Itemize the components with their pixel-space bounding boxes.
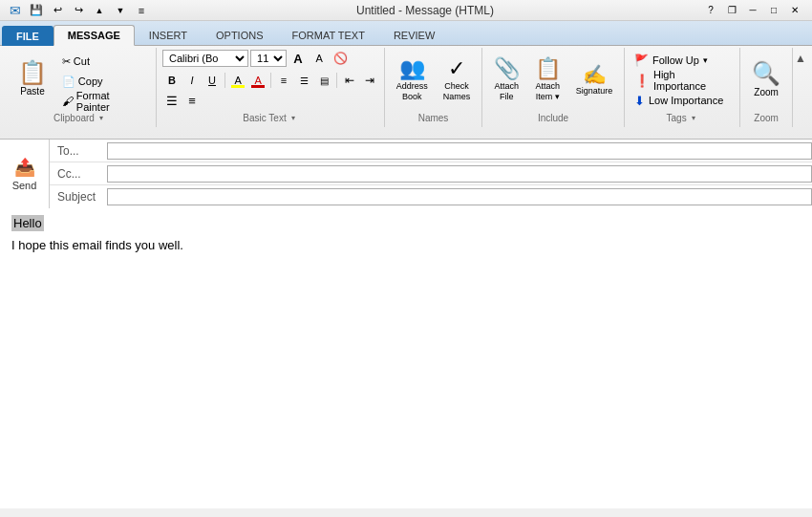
paste-button[interactable]: 📋 Paste [10,50,55,107]
format-painter-button[interactable]: 🖌 Format Painter [57,92,150,111]
redo-icon[interactable]: ↪ [71,3,86,18]
include-group: 📎 AttachFile 📋 AttachItem ▾ ✍ Signature … [482,48,625,127]
high-importance-label: High Importance [653,69,730,92]
help-button[interactable]: ? [701,3,720,18]
format-buttons-row: B I U A A ≡ [162,72,379,89]
font-color-button[interactable]: A [248,72,267,89]
font-family-select[interactable]: Calibri (Bo [162,50,248,67]
decrease-indent-button[interactable]: ⇤ [340,72,359,89]
bullets-button[interactable]: ☰ [162,92,182,109]
send-label: Send [12,180,37,191]
attach-item-button[interactable]: 📋 AttachItem ▾ [529,50,566,111]
font-selector-row: Calibri (Bo 11 A A 🚫 [162,50,350,67]
address-book-button[interactable]: 👥 AddressBook [391,50,434,111]
basic-text-label[interactable]: Basic Text ▾ [162,111,378,125]
clipboard-small-buttons: ✂ Cut 📄 Copy 🖌 Format Painter [57,50,150,111]
follow-up-icon: 🚩 [634,54,649,67]
basic-text-group: Calibri (Bo 11 A A 🚫 B I U [157,48,385,127]
names-label: Names [391,111,476,125]
tab-options[interactable]: OPTIONS [202,25,278,45]
clear-format-button[interactable]: 🚫 [331,50,350,67]
to-field-row: To... [50,140,812,162]
zoom-content: 🔍 Zoom [746,50,786,111]
subject-field-row: Subject [50,185,812,208]
subject-label: Subject [50,190,107,204]
tab-message[interactable]: MESSAGE [53,25,135,46]
italic-button[interactable]: I [182,72,202,89]
tags-group: 🚩 Follow Up ▾ ❗ High Importance ⬇ Low Im… [625,48,740,127]
follow-up-button[interactable]: 🚩 Follow Up ▾ [630,51,712,70]
hello-text: Hello [11,215,44,231]
tags-label[interactable]: Tags ▾ [630,111,734,125]
up-icon[interactable]: ▲ [92,3,107,18]
restore-button[interactable]: ❐ [722,3,741,18]
align-left-button[interactable]: ≡ [274,72,293,89]
align-right-button[interactable]: ▤ [314,72,333,89]
minimize-button[interactable]: ─ [743,3,762,18]
to-input[interactable] [107,142,812,160]
tab-format-text[interactable]: FORMAT TEXT [278,25,379,45]
body-hello-highlighted: Hello [11,216,801,230]
highlight-color-button[interactable]: A [228,72,247,89]
cc-input[interactable] [107,165,812,183]
more-icon[interactable]: ≡ [134,3,149,18]
email-body[interactable]: Hello I hope this email finds you well. [0,208,812,508]
font-shrink-button[interactable]: A [310,50,329,67]
check-names-icon: ✓ [448,58,465,79]
copy-label: Copy [78,75,103,87]
email-header-fields: To... Cc... Subject [50,140,812,208]
tags-expander-icon: ▾ [689,114,698,123]
ribbon: 📋 Paste ✂ Cut 📄 Copy [0,46,812,140]
window-title: Untitled - Message (HTML) [149,4,701,17]
email-header: 📤 Send To... Cc... Subject [0,140,812,208]
copy-button[interactable]: 📄 Copy [57,72,150,91]
cut-button[interactable]: ✂ Cut [57,52,150,71]
high-importance-button[interactable]: ❗ High Importance [630,71,734,90]
underline-button[interactable]: U [203,72,222,89]
attach-file-button[interactable]: 📎 AttachFile [488,50,525,111]
tab-file[interactable]: FILE [2,26,53,46]
title-bar-left: ✉ 💾 ↩ ↪ ▲ ▼ ≡ [8,3,149,18]
follow-up-label: Follow Up [652,54,699,66]
cut-label: Cut [74,55,90,67]
font-size-select[interactable]: 11 [250,50,287,67]
save-icon[interactable]: 💾 [29,3,44,18]
align-center-button[interactable]: ☰ [294,72,313,89]
low-importance-label: Low Importance [649,95,723,106]
zoom-button[interactable]: 🔍 Zoom [746,50,786,111]
numbering-button[interactable]: ≡ [182,92,202,109]
tab-review[interactable]: REVIEW [379,25,449,45]
ribbon-collapse-area: ▲ [793,48,808,127]
low-importance-button[interactable]: ⬇ Low Importance [630,91,727,110]
signature-button[interactable]: ✍ Signature [570,50,619,111]
cc-field-row: Cc... [50,162,812,185]
tab-insert[interactable]: INSERT [135,25,202,45]
include-content: 📎 AttachFile 📋 AttachItem ▾ ✍ Signature [488,50,619,111]
app-icon: ✉ [8,3,23,18]
clipboard-group: 📋 Paste ✂ Cut 📄 Copy [4,48,157,127]
bold-button[interactable]: B [162,72,182,89]
increase-indent-button[interactable]: ⇥ [360,72,379,89]
basic-text-expander-icon: ▾ [288,114,298,123]
divider3 [336,73,337,88]
send-button[interactable]: 📤 Send [0,140,50,208]
follow-up-arrow: ▾ [703,55,708,65]
font-grow-button[interactable]: A [288,50,308,67]
to-label[interactable]: To... [50,144,107,158]
high-importance-icon: ❗ [634,74,650,88]
include-label: Include [488,111,618,125]
attach-item-icon: 📋 [535,58,561,79]
body-main-text: I hope this email finds you well. [11,238,801,252]
check-names-button[interactable]: ✓ CheckNames [438,50,477,111]
maximize-button[interactable]: □ [764,3,783,18]
close-button[interactable]: ✕ [785,3,804,18]
undo-icon[interactable]: ↩ [50,3,65,18]
cc-label[interactable]: Cc... [50,167,107,181]
ribbon-collapse-button[interactable]: ▲ [793,52,808,65]
clipboard-label[interactable]: Clipboard ▾ [10,111,150,125]
subject-input[interactable] [107,188,812,205]
ribbon-groups: 📋 Paste ✂ Cut 📄 Copy [4,48,808,127]
zoom-group: 🔍 Zoom Zoom [740,48,793,127]
tags-content: 🚩 Follow Up ▾ ❗ High Importance ⬇ Low Im… [630,50,734,111]
down-icon[interactable]: ▼ [113,3,128,18]
